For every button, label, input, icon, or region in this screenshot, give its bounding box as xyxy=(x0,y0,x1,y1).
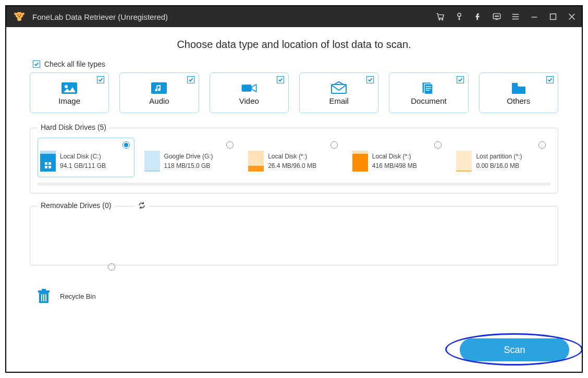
svg-point-6 xyxy=(458,13,461,16)
svg-rect-32 xyxy=(45,294,46,301)
svg-rect-30 xyxy=(41,294,42,301)
type-card-document[interactable]: Document xyxy=(389,72,468,113)
main-content: Choose data type and location of lost da… xyxy=(6,27,582,304)
drive-card[interactable]: Lost partition (*:)0.00 B/16.0 MB xyxy=(454,138,550,177)
type-check-image[interactable] xyxy=(97,76,104,83)
type-label-audio: Audio xyxy=(149,96,169,105)
refresh-button[interactable] xyxy=(134,201,149,212)
feedback-icon[interactable] xyxy=(492,12,501,21)
type-label-image: Image xyxy=(58,96,80,105)
svg-point-13 xyxy=(65,85,68,88)
check-all-label: Check all file types xyxy=(44,60,105,68)
type-card-video[interactable]: Video xyxy=(210,72,289,113)
menu-icon[interactable] xyxy=(511,12,520,21)
svg-point-3 xyxy=(19,16,20,17)
type-card-email[interactable]: Email xyxy=(299,72,378,113)
file-type-row: Image Audio Video xyxy=(30,72,558,113)
svg-point-1 xyxy=(18,15,19,16)
others-icon xyxy=(510,81,528,95)
removable-body xyxy=(38,216,550,258)
svg-rect-18 xyxy=(425,84,433,94)
drive-size: 0.00 B/16.0 MB xyxy=(476,161,522,170)
drive-radio[interactable] xyxy=(330,141,338,149)
drive-card[interactable]: Local Disk (C:)94.1 GB/111 GB xyxy=(38,138,134,177)
svg-rect-14 xyxy=(151,82,167,94)
maximize-icon[interactable] xyxy=(548,12,558,21)
type-check-document[interactable] xyxy=(457,76,464,83)
app-window: FoneLab Data Retriever (Unregistered) Ch… xyxy=(5,5,583,373)
drive-size: 118 MB/15.0 GB xyxy=(164,161,213,170)
drive-radio[interactable] xyxy=(434,141,442,149)
drive-icon xyxy=(456,151,472,172)
svg-rect-21 xyxy=(426,90,430,90)
hdd-section: Hard Disk Drives (5) Local Disk (C:)94.1… xyxy=(30,128,558,193)
svg-rect-15 xyxy=(241,84,251,92)
cart-icon[interactable] xyxy=(436,12,445,21)
drive-texts: Local Disk (C:)94.1 GB/111 GB xyxy=(60,152,106,170)
removable-section: Removable Drives (0) xyxy=(30,206,558,265)
drive-icon xyxy=(144,151,160,172)
svg-point-9 xyxy=(496,16,497,16)
drive-icon xyxy=(40,151,56,172)
hdd-scrollbar[interactable] xyxy=(38,182,550,186)
svg-rect-22 xyxy=(512,83,518,86)
recycle-radio[interactable] xyxy=(108,263,115,271)
type-check-others[interactable] xyxy=(546,76,554,83)
drive-name: Google Drive (G:) xyxy=(164,152,213,161)
svg-point-10 xyxy=(498,16,498,16)
facebook-icon[interactable] xyxy=(473,12,483,21)
titlebar-actions xyxy=(436,12,577,21)
hdd-drive-row: Local Disk (C:)94.1 GB/111 GBGoogle Driv… xyxy=(38,138,550,177)
scan-button-wrap: Scan xyxy=(460,338,569,361)
svg-rect-23 xyxy=(45,162,47,165)
drive-icon xyxy=(352,151,368,172)
drive-size: 26.4 MB/96.0 MB xyxy=(268,161,316,170)
audio-icon xyxy=(150,81,168,95)
type-check-email[interactable] xyxy=(366,76,374,83)
image-icon xyxy=(60,81,78,95)
svg-rect-20 xyxy=(426,88,432,89)
removable-legend: Removable Drives (0) xyxy=(38,201,114,210)
drive-radio[interactable] xyxy=(123,141,130,149)
svg-rect-31 xyxy=(43,294,44,301)
svg-rect-25 xyxy=(45,166,47,168)
drive-size: 416 MB/498 MB xyxy=(372,161,417,170)
drive-texts: Local Disk (*:)416 MB/498 MB xyxy=(372,152,417,170)
type-check-video[interactable] xyxy=(277,76,284,83)
drive-radio[interactable] xyxy=(538,141,546,149)
type-card-others[interactable]: Others xyxy=(479,72,558,113)
svg-rect-26 xyxy=(48,166,51,168)
type-label-video: Video xyxy=(239,96,259,105)
drive-texts: Lost partition (*:)0.00 B/16.0 MB xyxy=(476,152,522,170)
svg-point-0 xyxy=(17,18,21,21)
type-label-email: Email xyxy=(329,96,349,105)
document-icon xyxy=(420,81,437,95)
svg-rect-19 xyxy=(426,86,432,87)
drive-texts: Google Drive (G:)118 MB/15.0 GB xyxy=(164,152,213,170)
titlebar: FoneLab Data Retriever (Unregistered) xyxy=(6,6,582,27)
drive-card[interactable]: Local Disk (*:)26.4 MB/96.0 MB xyxy=(246,138,342,177)
drive-texts: Local Disk (*:)26.4 MB/96.0 MB xyxy=(268,152,316,170)
svg-rect-24 xyxy=(48,162,51,165)
type-card-image[interactable]: Image xyxy=(30,72,109,113)
close-icon[interactable] xyxy=(567,12,577,21)
app-logo-icon xyxy=(11,9,27,25)
scan-button[interactable]: Scan xyxy=(460,338,569,361)
check-all-row[interactable]: Check all file types xyxy=(33,60,558,68)
drive-card[interactable]: Local Disk (*:)416 MB/498 MB xyxy=(350,138,447,177)
email-icon xyxy=(330,81,348,95)
page-heading: Choose data type and location of lost da… xyxy=(30,39,558,51)
svg-point-5 xyxy=(442,19,443,20)
app-title: FoneLab Data Retriever (Unregistered) xyxy=(32,13,168,21)
drive-radio[interactable] xyxy=(226,141,234,149)
drive-card[interactable]: Google Drive (G:)118 MB/15.0 GB xyxy=(142,138,239,177)
check-all-checkbox[interactable] xyxy=(33,60,40,68)
video-icon xyxy=(240,81,258,95)
drive-size: 94.1 GB/111 GB xyxy=(60,161,106,170)
type-check-audio[interactable] xyxy=(187,76,194,83)
drive-name: Lost partition (*:) xyxy=(476,152,522,161)
minimize-icon[interactable] xyxy=(530,12,539,21)
key-icon[interactable] xyxy=(455,12,464,21)
type-card-audio[interactable]: Audio xyxy=(119,72,199,113)
svg-point-4 xyxy=(439,19,440,20)
